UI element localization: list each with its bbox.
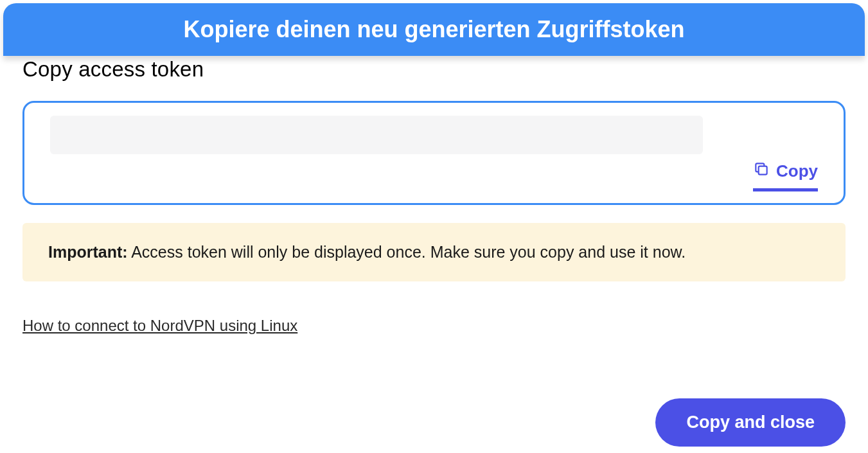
important-alert: Important: Access token will only be dis… xyxy=(22,223,846,281)
help-link[interactable]: How to connect to NordVPN using Linux xyxy=(22,317,297,335)
dialog-title: Copy access token xyxy=(22,57,846,82)
alert-text: Important: Access token will only be dis… xyxy=(48,241,820,263)
dialog-content: Copy access token Copy Important: Access… xyxy=(0,57,868,335)
banner-text: Kopiere deinen neu generierten Zugriffst… xyxy=(183,16,684,42)
copy-label: Copy xyxy=(776,161,818,181)
token-value-field[interactable] xyxy=(50,116,703,154)
instruction-banner: Kopiere deinen neu generierten Zugriffst… xyxy=(3,3,865,56)
copy-icon xyxy=(753,161,770,182)
svg-rect-0 xyxy=(759,166,767,175)
token-container: Copy xyxy=(22,101,846,205)
alert-message: Access token will only be displayed once… xyxy=(128,243,686,261)
copy-token-button[interactable]: Copy xyxy=(753,161,818,191)
copy-and-close-button[interactable]: Copy and close xyxy=(655,398,846,447)
alert-strong: Important: xyxy=(48,243,128,261)
